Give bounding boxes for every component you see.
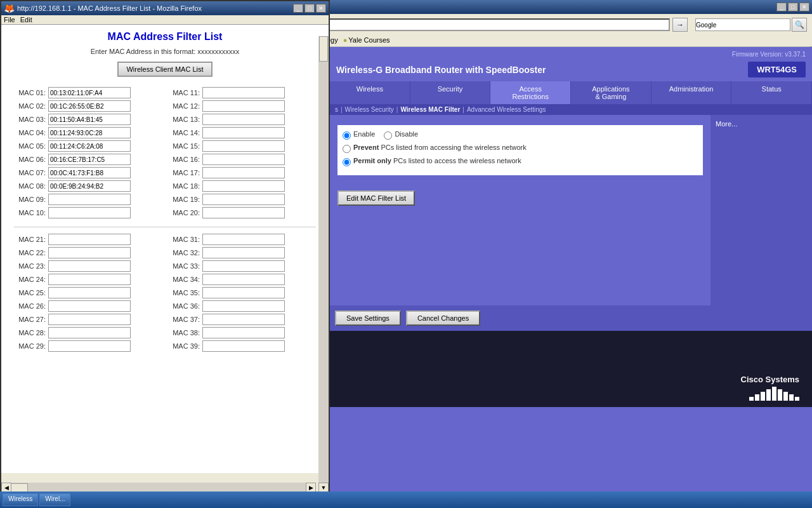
mac-input-08[interactable] xyxy=(48,180,131,192)
mac-row-03: MAC 03: xyxy=(14,114,162,125)
taskbar-item-wireless-1[interactable]: Wireless xyxy=(3,493,38,506)
mac-input-13[interactable] xyxy=(202,114,285,125)
mac-label-35: MAC 35: xyxy=(168,289,200,297)
router-nav: Wireless Security AccessRestrictions App… xyxy=(330,81,812,104)
mac-row-12: MAC 12: xyxy=(168,100,316,112)
mac-row-01: MAC 01: xyxy=(14,87,162,98)
tab-wireless[interactable]: Wireless xyxy=(330,81,410,104)
mac-row-26: MAC 26: xyxy=(14,300,162,312)
mac-input-09[interactable] xyxy=(48,194,131,205)
mac-input-24[interactable] xyxy=(48,274,131,285)
mac-input-33[interactable] xyxy=(202,260,285,272)
sub-nav-advanced-wireless[interactable]: Advanced Wireless Settings xyxy=(467,106,546,113)
mac-label-36: MAC 36: xyxy=(168,302,200,310)
tab-status[interactable]: Status xyxy=(731,81,812,104)
mac-label-29: MAC 29: xyxy=(14,342,46,350)
mac-input-18[interactable] xyxy=(202,180,285,192)
mac-col-left-21-30: MAC 21: MAC 22: MAC 23: MAC 24: xyxy=(14,234,162,354)
mac-input-36[interactable] xyxy=(202,300,285,312)
mac-input-17[interactable] xyxy=(202,167,285,178)
mac-label-39: MAC 39: xyxy=(168,342,200,350)
edit-mac-filter-btn[interactable]: Edit MAC Filter List xyxy=(337,190,415,206)
scrollbar-thumb[interactable] xyxy=(319,36,328,62)
mac-input-21[interactable] xyxy=(48,234,131,245)
mac-label-10: MAC 10: xyxy=(14,209,46,217)
mac-menu-file[interactable]: File xyxy=(4,16,15,23)
mac-row-33: MAC 33: xyxy=(168,260,316,272)
mac-input-29[interactable] xyxy=(48,340,131,352)
bg-close-btn[interactable]: ✕ xyxy=(799,3,809,11)
taskbar-item-wireless-2[interactable]: Wirel... xyxy=(39,493,70,506)
mac-input-19[interactable] xyxy=(202,194,285,205)
sub-nav-wireless-security[interactable]: Wireless Security xyxy=(345,106,394,113)
mac-input-35[interactable] xyxy=(202,287,285,298)
mac-label-27: MAC 27: xyxy=(14,316,46,323)
mac-input-01[interactable] xyxy=(48,87,131,98)
bg-search-btn[interactable]: 🔍 xyxy=(792,18,807,32)
bg-minimize-btn[interactable]: _ xyxy=(776,3,787,11)
mac-input-05[interactable] xyxy=(48,140,131,152)
mac-label-25: MAC 25: xyxy=(14,289,46,297)
mac-maximize-btn[interactable]: □ xyxy=(304,4,315,13)
tab-security[interactable]: Security xyxy=(410,81,491,104)
cancel-changes-btn[interactable]: Cancel Changes xyxy=(406,311,480,326)
mac-input-25[interactable] xyxy=(48,287,131,298)
sub-nav-s[interactable]: s xyxy=(335,106,338,113)
mac-label-31: MAC 31: xyxy=(168,236,200,243)
mac-input-06[interactable] xyxy=(48,154,131,165)
tab-applications-gaming[interactable]: Applications& Gaming xyxy=(571,81,652,104)
mac-row-20: MAC 20: xyxy=(168,207,316,218)
enable-radio[interactable] xyxy=(343,131,351,140)
mac-label-06: MAC 06: xyxy=(14,156,46,163)
mac-input-07[interactable] xyxy=(48,167,131,178)
mac-label-18: MAC 18: xyxy=(168,182,200,190)
mac-input-28[interactable] xyxy=(48,327,131,338)
mac-label-03: MAC 03: xyxy=(14,116,46,123)
mac-input-38[interactable] xyxy=(202,327,285,338)
router-sidebar: More... xyxy=(710,115,812,305)
mac-input-03[interactable] xyxy=(48,114,131,125)
mac-input-10[interactable] xyxy=(48,207,131,218)
mac-input-31[interactable] xyxy=(202,234,285,245)
mac-minimize-btn[interactable]: _ xyxy=(293,4,303,13)
sub-nav-wireless-mac-filter[interactable]: Wireless MAC Filter xyxy=(400,106,460,113)
mac-input-37[interactable] xyxy=(202,314,285,325)
mac-row-22: MAC 22: xyxy=(14,247,162,258)
save-settings-btn[interactable]: Save Settings xyxy=(335,311,401,326)
bg-search-input[interactable] xyxy=(695,18,790,31)
mac-input-34[interactable] xyxy=(202,274,285,285)
disable-radio[interactable] xyxy=(384,131,392,140)
mac-input-14[interactable] xyxy=(202,127,285,138)
bookmark-yale[interactable]: ● Yale Courses xyxy=(343,36,390,44)
mac-input-15[interactable] xyxy=(202,140,285,152)
mac-row-15: MAC 15: xyxy=(168,140,316,152)
mac-input-26[interactable] xyxy=(48,300,131,312)
mac-input-04[interactable] xyxy=(48,127,131,138)
more-link[interactable]: More... xyxy=(716,120,737,128)
mac-browser-content[interactable]: MAC Address Filter List Enter MAC Addres… xyxy=(1,25,329,473)
mac-close-btn[interactable]: ✕ xyxy=(316,4,326,13)
wireless-client-mac-list-btn[interactable]: Wireless Client MAC List xyxy=(117,62,212,77)
tab-access-restrictions[interactable]: AccessRestrictions xyxy=(490,81,571,104)
mac-input-39[interactable] xyxy=(202,340,285,352)
sub-nav: s | Wireless Security | Wireless MAC Fil… xyxy=(330,104,812,115)
mac-label-37: MAC 37: xyxy=(168,316,200,323)
mac-input-23[interactable] xyxy=(48,260,131,272)
bg-maximize-btn[interactable]: □ xyxy=(788,3,798,11)
prevent-radio[interactable] xyxy=(343,145,351,153)
mac-input-02[interactable] xyxy=(48,100,131,112)
scrollbar-track[interactable]: ▼ xyxy=(318,36,329,493)
tab-administration[interactable]: Administration xyxy=(652,81,732,104)
mac-input-20[interactable] xyxy=(202,207,285,218)
mac-label-21: MAC 21: xyxy=(14,236,46,243)
mac-input-16[interactable] xyxy=(202,154,285,165)
bg-go-btn[interactable]: → xyxy=(672,18,688,32)
mac-input-11[interactable] xyxy=(202,87,285,98)
mac-input-27[interactable] xyxy=(48,314,131,325)
mac-input-22[interactable] xyxy=(48,247,131,258)
mac-menu-edit[interactable]: Edit xyxy=(20,16,32,23)
permit-radio[interactable] xyxy=(343,158,351,166)
mac-row-06: MAC 06: xyxy=(14,154,162,165)
mac-input-12[interactable] xyxy=(202,100,285,112)
mac-input-32[interactable] xyxy=(202,247,285,258)
